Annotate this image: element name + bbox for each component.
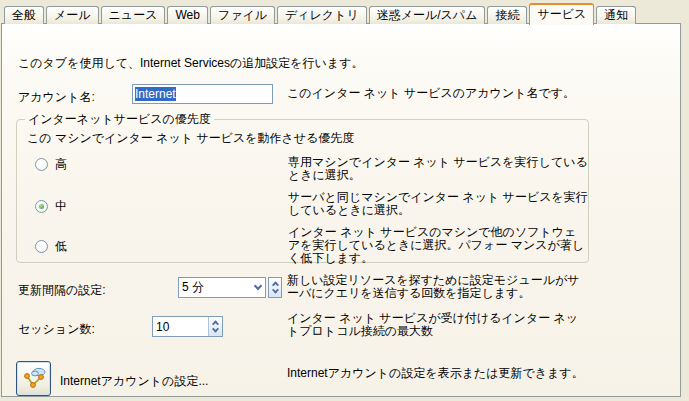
account-name-selected-text: Internet: [135, 87, 176, 101]
priority-low-description: インター ネット サービスのマシンで他のソフトウェアを実行しているときに選択。パ…: [288, 226, 588, 265]
sessions-value: 10: [153, 320, 208, 334]
priority-option-medium[interactable]: 中: [35, 198, 67, 215]
services-tab-page: このタブを使用して、Internet Servicesの追加設定を行います。 ア…: [1, 23, 681, 397]
network-accounts-icon: [21, 364, 47, 393]
priority-option-high[interactable]: 高: [35, 156, 67, 173]
refresh-interval-combo[interactable]: 5 分: [178, 277, 282, 298]
sessions-stepper[interactable]: 10: [152, 316, 223, 337]
tab-connection[interactable]: 接続: [487, 6, 527, 24]
refresh-interval-value: 5 分: [182, 279, 204, 296]
tab-junk-mail[interactable]: 迷惑メール/スパム: [369, 6, 486, 24]
tab-services[interactable]: サービス: [529, 3, 594, 25]
priority-groupbox: インターネットサービスの優先度 この マシンでインター ネット サービスを動作さ…: [16, 119, 589, 263]
tab-bar: 全般 メール ニュース Web ファイル ディレクトリ 迷惑メール/スパム 接続…: [4, 2, 638, 24]
priority-subtitle: この マシンでインター ネット サービスを動作させる優先度: [27, 130, 354, 147]
radio-low-label: 低: [55, 238, 67, 255]
tab-directory[interactable]: ディレクトリ: [277, 6, 367, 24]
internet-accounts-button-label: Internetアカウントの設定...: [60, 373, 208, 390]
refresh-interval-description: 新しい設定リソースを探すために設定モジュールがサーバにクエリを送信する回数を指定…: [287, 274, 587, 300]
account-name-label: アカウント名:: [18, 89, 95, 106]
sessions-description: インター ネット サービスが受け付けるインター ネットプロトコル接続の最大数: [287, 312, 587, 338]
tab-news[interactable]: ニュース: [101, 6, 166, 24]
tab-file[interactable]: ファイル: [210, 6, 275, 24]
sessions-label: セッション数:: [18, 321, 95, 338]
priority-medium-description: サーバと同じマシンでインター ネット サービスを実行しているときに選択。: [288, 191, 588, 217]
sessions-spinner[interactable]: [208, 317, 222, 336]
spin-down-icon[interactable]: [271, 287, 278, 294]
radio-high-label: 高: [55, 156, 67, 173]
internet-accounts-button[interactable]: [16, 361, 51, 396]
priority-high-description: 専用マシンでインター ネット サービスを実行しているときに選択。: [288, 156, 588, 182]
tab-notification[interactable]: 通知: [596, 6, 636, 24]
account-name-description: このインター ネット サービスのアカウント名です。: [287, 87, 587, 100]
tab-intro-text: このタブを使用して、Internet Servicesの追加設定を行います。: [18, 55, 363, 72]
refresh-interval-label: 更新間隔の設定:: [18, 282, 106, 299]
tab-general[interactable]: 全般: [4, 6, 44, 24]
refresh-interval-spinner[interactable]: [268, 277, 282, 298]
radio-low-icon[interactable]: [35, 240, 48, 253]
tab-web[interactable]: Web: [167, 6, 207, 24]
radio-medium-icon[interactable]: [35, 200, 48, 213]
internet-accounts-description: Internetアカウントの設定を表示または更新できます。: [287, 367, 587, 380]
priority-groupbox-title: インターネットサービスの優先度: [25, 112, 214, 126]
tab-mail[interactable]: メール: [46, 6, 99, 24]
account-name-input[interactable]: Internet: [132, 84, 273, 104]
radio-high-icon[interactable]: [35, 158, 48, 171]
spin-down-icon[interactable]: [212, 326, 219, 333]
priority-option-low[interactable]: 低: [35, 238, 67, 255]
refresh-interval-value-field[interactable]: 5 分: [178, 277, 266, 298]
chevron-down-icon[interactable]: [254, 282, 262, 290]
radio-medium-label: 中: [55, 198, 67, 215]
